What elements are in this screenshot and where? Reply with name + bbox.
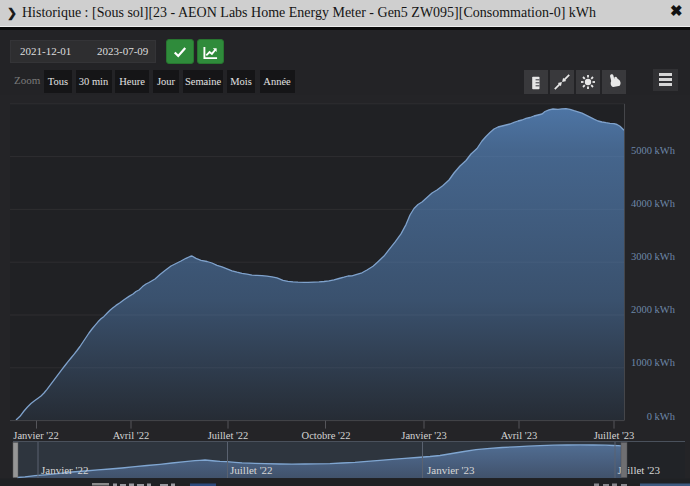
svg-text:Janvier '22: Janvier '22 xyxy=(13,430,58,441)
svg-text:5000 kWh: 5000 kWh xyxy=(631,145,676,156)
svg-text:3000 kWh: 3000 kWh xyxy=(631,251,676,262)
svg-text:Juillet '22: Juillet '22 xyxy=(230,464,273,476)
svg-text:Juillet '22: Juillet '22 xyxy=(208,430,249,441)
svg-text:2000 kWh: 2000 kWh xyxy=(631,304,676,315)
svg-text:Janvier '23: Janvier '23 xyxy=(427,464,475,476)
svg-text:Octobre '22: Octobre '22 xyxy=(302,430,351,441)
svg-text:0 kWh: 0 kWh xyxy=(647,411,676,422)
svg-text:1000 kWh: 1000 kWh xyxy=(631,357,676,368)
svg-text:Avril '22: Avril '22 xyxy=(113,430,149,441)
svg-text:Janvier '22: Janvier '22 xyxy=(41,464,89,476)
svg-text:4000 kWh: 4000 kWh xyxy=(631,198,676,209)
svg-text:Avril '23: Avril '23 xyxy=(501,430,537,441)
svg-text:Juillet '23: Juillet '23 xyxy=(594,430,635,441)
svg-text:Janvier '23: Janvier '23 xyxy=(401,430,446,441)
